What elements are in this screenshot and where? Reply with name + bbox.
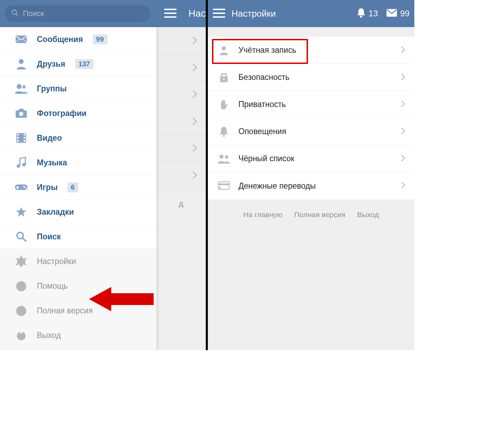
settings-row-label: Безопасность (238, 73, 393, 82)
settings-row-blacklist[interactable]: Чёрный список (208, 145, 414, 172)
footer-link-fullversion[interactable]: Полная версия (294, 211, 346, 219)
search-input[interactable] (23, 9, 144, 18)
person-icon (217, 43, 231, 57)
messages-button[interactable]: 99 (386, 9, 409, 18)
footer-link-logout[interactable]: Выход (357, 211, 379, 219)
svg-rect-17 (24, 137, 25, 139)
sidebar-item-groups[interactable]: Группы (0, 76, 156, 101)
chevron-right-icon (193, 171, 197, 179)
chevron-right-icon (193, 90, 197, 98)
sidebar-item-label: Полная версия (37, 306, 93, 315)
obscured-background: д (156, 27, 206, 350)
obscured-footer-fragment: д (179, 199, 184, 208)
sidebar-item-label: Помощь (37, 281, 68, 291)
svg-point-7 (17, 84, 22, 89)
star-icon (15, 205, 28, 219)
svg-rect-51 (218, 183, 229, 185)
header-right: Настройки 13 99 (208, 0, 414, 27)
page-title: Настройки (231, 8, 276, 19)
svg-point-25 (25, 187, 26, 189)
footer-links: На главную Полная версия Выход (208, 199, 414, 230)
music-icon (15, 156, 28, 169)
gamepad-icon (15, 181, 28, 194)
header-left: Нас (0, 0, 206, 27)
settings-row-label: Чёрный список (238, 154, 393, 163)
sidebar-item-music[interactable]: Музыка (0, 150, 156, 175)
right-panel: Настройки 13 99 Учётная записьБезопаснос… (208, 0, 414, 350)
sidebar-item-label: Музыка (37, 158, 67, 167)
sidebar-item-logout[interactable]: Выход (0, 323, 156, 348)
sidebar-item-settings[interactable]: Настройки (0, 249, 156, 274)
svg-point-20 (22, 163, 26, 166)
sidebar-item-badge: 137 (75, 59, 94, 69)
notifications-count: 13 (369, 9, 378, 18)
notifications-button[interactable]: 13 (356, 8, 378, 19)
svg-point-6 (19, 59, 24, 64)
user-icon (15, 57, 28, 71)
hamburger-icon[interactable] (213, 9, 225, 18)
svg-rect-16 (24, 134, 25, 135)
svg-rect-39 (213, 9, 225, 10)
sidebar-item-bookmarks[interactable]: Закладки (0, 200, 156, 224)
chevron-right-icon (193, 36, 197, 44)
sidebar-item-friends[interactable]: Друзья137 (0, 52, 156, 76)
chevron-right-icon (401, 127, 405, 136)
mail-icon (386, 9, 397, 18)
people-icon (217, 152, 231, 166)
svg-point-49 (225, 155, 228, 159)
sidebar: Сообщения99Друзья137ГруппыФотографииВиде… (0, 27, 156, 350)
gear-icon (15, 255, 28, 268)
svg-point-42 (360, 16, 362, 18)
sidebar-item-label: Друзья (37, 59, 65, 69)
settings-row-label: Приватность (238, 100, 393, 109)
settings-row-label: Учётная запись (238, 46, 393, 55)
settings-row-payments[interactable]: Денежные переводы (208, 172, 414, 199)
sidebar-item-photos[interactable]: Фотографии (0, 101, 156, 126)
svg-point-48 (219, 155, 223, 159)
svg-rect-10 (19, 109, 24, 111)
settings-row-privacy[interactable]: Приватность (208, 91, 414, 118)
svg-point-44 (222, 46, 226, 50)
settings-row-account[interactable]: Учётная запись (208, 37, 414, 64)
film-icon (15, 131, 28, 145)
svg-rect-5 (16, 35, 27, 43)
settings-row-security[interactable]: Безопасность (208, 64, 414, 91)
sidebar-item-badge: 6 (67, 182, 78, 192)
power-icon (15, 329, 28, 342)
sidebar-item-games[interactable]: Игры6 (0, 175, 156, 200)
svg-point-29 (19, 260, 23, 263)
bell-icon (356, 8, 366, 19)
sidebar-item-badge: 99 (93, 34, 107, 44)
search-icon (11, 9, 19, 18)
footer-link-home[interactable]: На главную (243, 211, 283, 219)
svg-line-27 (23, 238, 26, 241)
chevron-right-icon (401, 100, 405, 109)
chevron-right-icon (401, 155, 405, 163)
sidebar-item-search[interactable]: Поиск (0, 224, 156, 249)
messages-count: 99 (400, 9, 409, 18)
svg-rect-40 (213, 13, 225, 14)
sidebar-item-label: Игры (37, 183, 58, 192)
search-icon (15, 230, 28, 243)
svg-point-11 (19, 112, 23, 116)
bell-icon (217, 125, 231, 139)
sidebar-item-video[interactable]: Видео (0, 126, 156, 150)
sidebar-item-fullversion[interactable]: Полная версия (0, 298, 156, 323)
svg-rect-18 (24, 140, 25, 142)
svg-line-1 (16, 14, 18, 16)
svg-point-24 (23, 186, 25, 187)
svg-point-47 (223, 135, 225, 137)
svg-point-19 (17, 164, 20, 168)
svg-rect-14 (17, 137, 19, 139)
chevron-right-icon (193, 64, 197, 71)
hamburger-icon[interactable] (164, 9, 177, 18)
sidebar-item-messages[interactable]: Сообщения99 (0, 27, 156, 52)
search-field[interactable] (5, 5, 150, 22)
sidebar-item-help[interactable]: ?Помощь (0, 274, 156, 298)
settings-row-label: Оповещения (238, 127, 393, 136)
help-icon: ? (15, 280, 28, 293)
users-icon (15, 82, 28, 95)
svg-rect-13 (17, 134, 19, 135)
sidebar-item-label: Сообщения (37, 35, 83, 44)
settings-row-alerts[interactable]: Оповещения (208, 118, 414, 145)
